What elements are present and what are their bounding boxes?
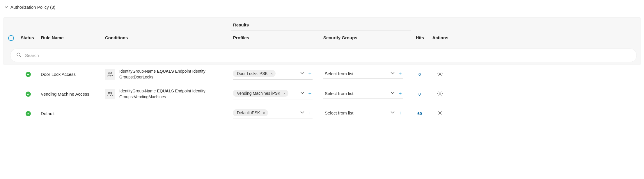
header-results: Results [231, 18, 411, 31]
svg-point-2 [108, 73, 110, 74]
security-groups-select[interactable]: Select from list ＋ [323, 109, 403, 118]
remove-chip-icon[interactable]: × [263, 111, 265, 115]
add-rule-button[interactable] [8, 35, 14, 41]
rule-name: Default [38, 110, 102, 117]
search-icon [16, 52, 22, 58]
policy-table: Results Status Rule Name Conditions Prof… [3, 17, 641, 123]
hits-value[interactable]: 0 [411, 91, 428, 98]
svg-point-3 [111, 72, 112, 74]
chevron-down-icon[interactable] [300, 91, 304, 96]
profiles-select[interactable]: Vending Machines iPSK × ＋ [233, 89, 313, 99]
identity-group-icon [105, 69, 115, 80]
svg-point-6 [111, 92, 112, 93]
header-conditions: Conditions [103, 32, 231, 46]
chevron-down-icon[interactable] [391, 110, 395, 115]
identity-group-icon [105, 89, 115, 99]
status-ok-icon [26, 92, 31, 97]
header-status: Status [18, 32, 39, 46]
table-row: Vending Machine Access IdentityGroup·Nam… [3, 84, 641, 104]
search-input[interactable] [24, 53, 631, 58]
security-groups-select[interactable]: Select from list ＋ [323, 90, 403, 99]
chevron-down-icon [5, 6, 8, 9]
condition: IdentityGroup·Name EQUALS Endpoint Ident… [105, 69, 228, 80]
rule-name: Vending Machine Access [38, 90, 102, 98]
hits-value[interactable]: 60 [411, 110, 428, 117]
gear-icon[interactable] [437, 71, 443, 78]
gear-icon[interactable] [437, 110, 443, 117]
chevron-down-icon[interactable] [300, 71, 304, 76]
add-profile-icon[interactable]: ＋ [307, 71, 313, 76]
condition: IdentityGroup·Name EQUALS Endpoint Ident… [105, 88, 228, 100]
table-header: Results Status Rule Name Conditions Prof… [3, 17, 641, 64]
header-security-groups: Security Groups [321, 32, 411, 46]
security-groups-select[interactable]: Select from list ＋ [323, 70, 403, 79]
add-profile-icon[interactable]: ＋ [307, 91, 313, 96]
remove-chip-icon[interactable]: × [283, 92, 285, 95]
header-actions: Actions [429, 32, 452, 46]
svg-point-4 [439, 73, 441, 75]
header-profiles: Profiles [231, 32, 321, 46]
svg-point-7 [439, 93, 441, 95]
chevron-down-icon[interactable] [391, 71, 395, 76]
profile-chip[interactable]: Door Locks iPSK × [233, 70, 276, 77]
search-bar[interactable] [10, 49, 637, 62]
chevron-down-icon[interactable] [391, 91, 395, 96]
add-security-group-icon[interactable]: ＋ [398, 110, 403, 115]
rule-name: Door Lock Access [38, 71, 102, 78]
remove-chip-icon[interactable]: × [271, 72, 273, 76]
profile-chip[interactable]: Default iPSK × [233, 109, 268, 116]
table-row: Default Default iPSK × ＋ [3, 104, 641, 123]
hits-value[interactable]: 0 [411, 71, 428, 78]
svg-line-1 [19, 56, 21, 57]
header-add-column [4, 32, 18, 46]
status-ok-icon [26, 72, 31, 77]
svg-point-8 [439, 112, 441, 114]
security-group-placeholder: Select from list [323, 71, 353, 76]
add-security-group-icon[interactable]: ＋ [398, 91, 403, 96]
table-row: Door Lock Access IdentityGroup·Name EQUA… [3, 64, 641, 84]
add-security-group-icon[interactable]: ＋ [398, 71, 403, 76]
security-group-placeholder: Select from list [323, 110, 353, 115]
status-ok-icon [26, 111, 31, 116]
svg-point-5 [108, 92, 110, 94]
section-header[interactable]: Authorization Policy (3) [3, 3, 641, 14]
header-hits: Hits [411, 32, 429, 46]
chevron-down-icon[interactable] [300, 110, 304, 115]
profile-chip[interactable]: Vending Machines iPSK × [233, 90, 288, 97]
profiles-select[interactable]: Door Locks iPSK × ＋ [233, 69, 313, 80]
profiles-select[interactable]: Default iPSK × ＋ [233, 108, 313, 119]
svg-point-0 [17, 53, 20, 56]
security-group-placeholder: Select from list [323, 91, 353, 96]
gear-icon[interactable] [437, 90, 443, 98]
header-rule-name: Rule Name [39, 32, 103, 46]
add-profile-icon[interactable]: ＋ [307, 110, 313, 115]
section-title: Authorization Policy (3) [10, 5, 55, 10]
